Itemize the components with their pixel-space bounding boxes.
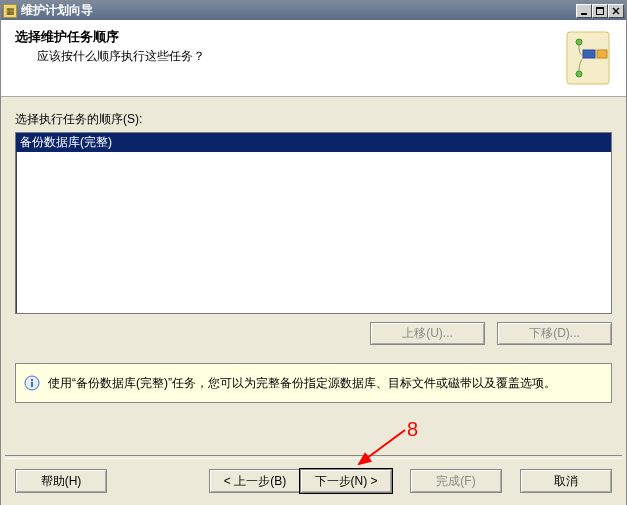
wizard-header: 选择维护任务顺序 应该按什么顺序执行这些任务？ [1, 20, 626, 97]
window-title: 维护计划向导 [21, 2, 576, 19]
wizard-graphic [558, 26, 618, 90]
titlebar: ▦ 维护计划向导 [1, 1, 626, 20]
list-item[interactable]: 备份数据库(完整) [16, 133, 611, 152]
wizard-button-row: 帮助(H) < 上一步(B) 下一步(N) > 完成(F) 取消 [1, 459, 626, 493]
wizard-body: 选择执行任务的顺序(S): 备份数据库(完整) 上移(U)... 下移(D)..… [1, 97, 626, 505]
svg-rect-7 [597, 50, 607, 58]
cancel-button[interactable]: 取消 [520, 469, 612, 493]
window-controls [576, 4, 624, 18]
svg-rect-2 [596, 7, 604, 9]
move-button-row: 上移(U)... 下移(D)... [15, 322, 612, 345]
close-button[interactable] [608, 4, 624, 18]
svg-rect-12 [31, 379, 33, 381]
svg-rect-0 [581, 13, 587, 15]
move-down-button[interactable]: 下移(D)... [497, 322, 612, 345]
page-heading: 选择维护任务顺序 [15, 28, 546, 46]
svg-point-8 [576, 39, 582, 45]
order-label: 选择执行任务的顺序(S): [15, 111, 612, 128]
wizard-window: ▦ 维护计划向导 选择维护任务顺序 应该按什么顺序执行这些任务？ [0, 0, 627, 505]
svg-rect-11 [31, 382, 33, 387]
info-box: 使用“备份数据库(完整)”任务，您可以为完整备份指定源数据库、目标文件或磁带以及… [15, 363, 612, 403]
next-button[interactable]: 下一步(N) > [300, 469, 392, 493]
finish-button[interactable]: 完成(F) [410, 469, 502, 493]
move-up-button[interactable]: 上移(U)... [370, 322, 485, 345]
svg-rect-6 [583, 50, 595, 58]
app-icon: ▦ [3, 4, 17, 18]
page-subheading: 应该按什么顺序执行这些任务？ [37, 48, 546, 65]
minimize-button[interactable] [576, 4, 592, 18]
info-text: 使用“备份数据库(完整)”任务，您可以为完整备份指定源数据库、目标文件或磁带以及… [48, 375, 556, 392]
help-button[interactable]: 帮助(H) [15, 469, 107, 493]
info-icon [24, 375, 40, 391]
task-order-listbox[interactable]: 备份数据库(完整) [15, 132, 612, 314]
maximize-button[interactable] [592, 4, 608, 18]
svg-point-9 [576, 71, 582, 77]
back-button[interactable]: < 上一步(B) [209, 469, 301, 493]
